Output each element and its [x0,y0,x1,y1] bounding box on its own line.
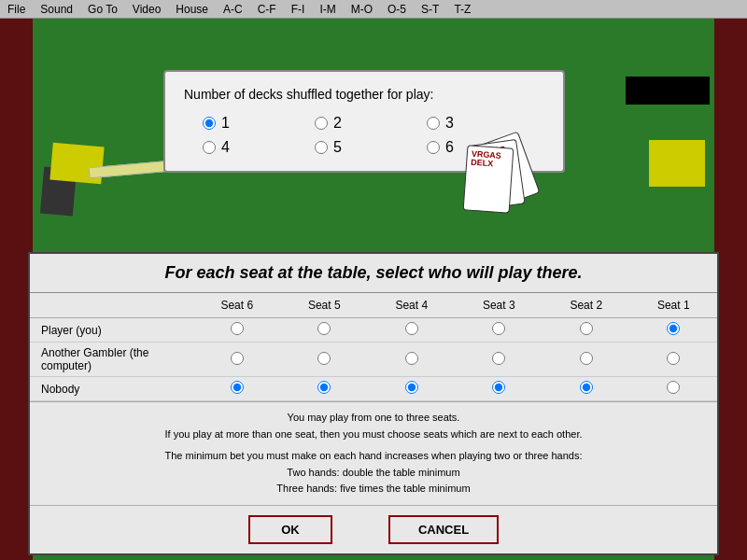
deck-radio-3[interactable] [427,117,440,130]
felt-area: ♣ BLACKJACK DAYS 5 TO... Number of decks… [0,19,747,560]
seat2-player[interactable] [543,318,630,343]
seat5-player[interactable] [281,318,369,343]
menu-goto[interactable]: Go To [84,2,121,17]
menu-o5[interactable]: O-5 [384,2,410,17]
deck-option-5[interactable]: 5 [315,139,371,156]
seat4-gambler[interactable] [368,343,456,377]
deck-label-4: 4 [221,139,230,156]
menu-cf[interactable]: C-F [254,2,280,17]
deck-dialog: Number of decks shuffled together for pl… [163,70,565,173]
col-seat6: Seat 6 [193,293,281,318]
right-panel [714,19,747,560]
deck-label-5: 5 [333,139,342,156]
seat4-player[interactable] [368,318,456,343]
menu-house[interactable]: House [172,2,212,17]
seat1-gambler[interactable] [630,343,718,377]
empty-header [30,293,193,318]
info-line-2: If you play at more than one seat, then … [45,427,702,443]
deck-row-1: 1 2 3 [184,115,544,132]
seat6-nobody[interactable] [193,377,281,401]
info-area: You may play from one to three seats. If… [30,401,717,505]
row-label-player: Player (you) [30,318,193,343]
menu-video[interactable]: Video [129,2,164,17]
deck-dialog-title: Number of decks shuffled together for pl… [184,87,544,102]
seat6-player[interactable] [193,318,281,343]
info-line-5: Three hands: five times the table minimu… [45,481,702,497]
deck-radio-4[interactable] [203,141,216,154]
deck-option-4[interactable]: 4 [203,139,259,156]
col-seat3: Seat 3 [456,293,543,318]
seat3-gambler[interactable] [456,343,543,377]
cards-illustration: VRGASDELX VRGASDELX VRGASDELX [460,137,535,221]
table-row: Player (you) [30,318,717,343]
table-row: Nobody [30,377,717,401]
cancel-button[interactable]: CANCEL [388,515,499,544]
seat3-nobody[interactable] [456,377,543,401]
col-seat5: Seat 5 [281,293,369,318]
menu-st[interactable]: S-T [417,2,443,17]
seat2-gambler[interactable] [543,343,630,377]
dialog-buttons: OK CANCEL [30,505,717,553]
table-row: Another Gambler (the computer) [30,343,717,377]
col-seat4: Seat 4 [368,293,456,318]
deck-label-2: 2 [333,115,342,132]
col-seat2: Seat 2 [543,293,630,318]
menu-sound[interactable]: Sound [36,2,77,17]
info-line-1: You may play from one to three seats. [45,410,702,427]
menu-tz[interactable]: T-Z [450,2,474,17]
row-label-nobody: Nobody [30,377,193,401]
seat-header-row: Seat 6 Seat 5 Seat 4 Seat 3 Seat 2 Seat … [30,293,717,318]
seat5-gambler[interactable] [281,343,369,377]
seat-table: Seat 6 Seat 5 Seat 4 Seat 3 Seat 2 Seat … [30,293,717,401]
seat6-gambler[interactable] [193,343,281,377]
seat-dialog-title: For each seat at the table, select who w… [30,254,717,293]
menu-mo[interactable]: M-O [347,2,376,17]
ok-button[interactable]: OK [248,515,332,544]
seat-dialog: For each seat at the table, select who w… [28,252,719,555]
menu-fi[interactable]: F-I [288,2,309,17]
menu-bar: File Sound Go To Video House A-C C-F F-I… [0,0,747,19]
row-label-gambler: Another Gambler (the computer) [30,343,193,377]
info-line-3: The minimum bet you must make on each ha… [45,448,702,465]
deck-radio-5[interactable] [315,141,328,154]
seat2-nobody[interactable] [543,377,630,401]
seat1-nobody[interactable] [630,377,718,401]
deck-option-3[interactable]: 3 [427,115,483,132]
deck-label-6: 6 [445,139,454,156]
seat1-player[interactable] [630,318,718,343]
deck-option-1[interactable]: 1 [203,115,259,132]
info-line-4: Two hands: double the table minimum [45,465,702,482]
seat5-nobody[interactable] [281,377,369,401]
menu-im[interactable]: I-M [316,2,339,17]
deck-radio-6[interactable] [427,141,440,154]
seat3-player[interactable] [456,318,543,343]
deck-label-1: 1 [221,115,230,132]
black-display-box [626,77,710,105]
yellow-object-right [649,140,705,187]
deck-radio-1[interactable] [203,117,216,130]
col-seat1: Seat 1 [630,293,718,318]
menu-ac[interactable]: A-C [219,2,247,17]
deck-label-3: 3 [445,115,454,132]
menu-file[interactable]: File [4,2,29,17]
deck-option-2[interactable]: 2 [315,115,371,132]
deck-radio-2[interactable] [315,117,328,130]
seat4-nobody[interactable] [368,377,456,401]
